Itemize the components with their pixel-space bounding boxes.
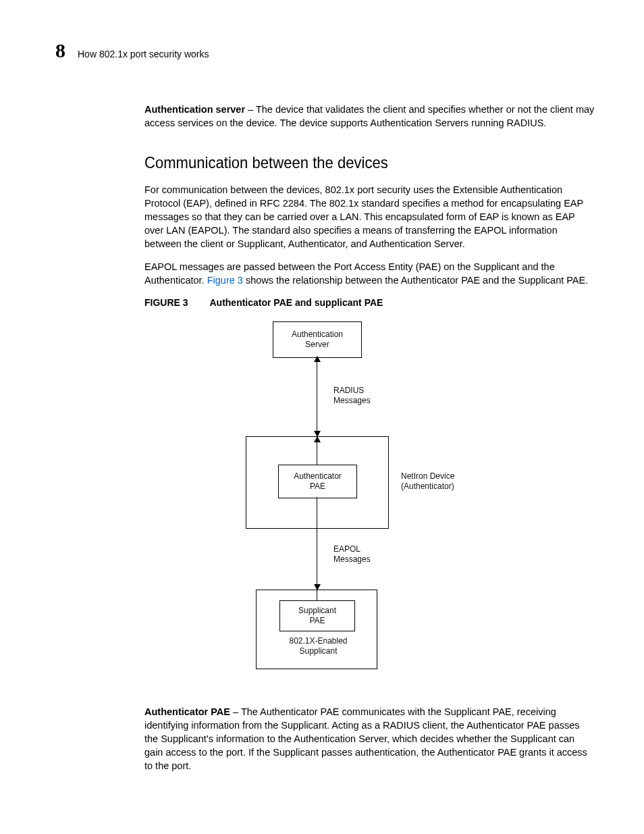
box-authenticator-pae-label: AuthenticatorPAE xyxy=(291,470,344,493)
body-content: Authentication server – The device that … xyxy=(144,103,595,773)
label-radius: RADIUSMessages xyxy=(333,386,371,406)
arrow-radius xyxy=(317,357,317,436)
text: shows the relationship between the Authe… xyxy=(243,275,588,286)
connector-supplicant xyxy=(317,590,317,600)
paragraph-comm-2: EAPOL messages are passed between the Po… xyxy=(144,260,595,287)
label-supplicant-enabled: 802.1X-EnabledSupplicant xyxy=(286,636,350,656)
section-heading: Communication between the devices xyxy=(144,151,595,174)
figure-caption: FIGURE 3 Authenticator PAE and supplican… xyxy=(144,296,595,309)
connector-top xyxy=(317,437,317,465)
term-auth-pae: Authenticator PAE xyxy=(144,706,230,717)
paragraph-auth-server: Authentication server – The device that … xyxy=(144,103,595,130)
page-header: 8 How 802.1x port security works xyxy=(55,39,595,62)
chapter-number: 8 xyxy=(55,39,65,62)
figure-diagram: AuthenticationServer RADIUSMessages Auth… xyxy=(239,321,509,686)
label-eapol: EAPOLMessages xyxy=(333,544,371,565)
header-title: How 802.1x port security works xyxy=(78,49,209,59)
connector-mid xyxy=(317,497,317,527)
paragraph-auth-pae: Authenticator PAE – The Authenticator PA… xyxy=(144,705,595,773)
term-auth-server: Authentication server xyxy=(144,104,245,115)
figure-title: Authenticator PAE and supplicant PAE xyxy=(209,297,383,308)
figure-label: FIGURE 3 xyxy=(144,297,188,308)
box-auth-server: AuthenticationServer xyxy=(273,321,362,358)
box-auth-server-label: AuthenticationServer xyxy=(289,328,346,351)
arrowhead-up-icon xyxy=(314,356,321,362)
arrow-eapol xyxy=(317,527,317,590)
label-netiron: NetIron Device(Authenticator) xyxy=(401,471,454,492)
box-supplicant-pae-label: SupplicantPAE xyxy=(296,604,339,627)
box-authenticator-pae: AuthenticatorPAE xyxy=(278,465,357,498)
paragraph-comm-1: For communication between the devices, 8… xyxy=(144,183,595,251)
figure-ref-link[interactable]: Figure 3 xyxy=(207,275,243,286)
box-supplicant-pae: SupplicantPAE xyxy=(279,600,355,631)
arrowhead-up-icon xyxy=(314,436,321,442)
